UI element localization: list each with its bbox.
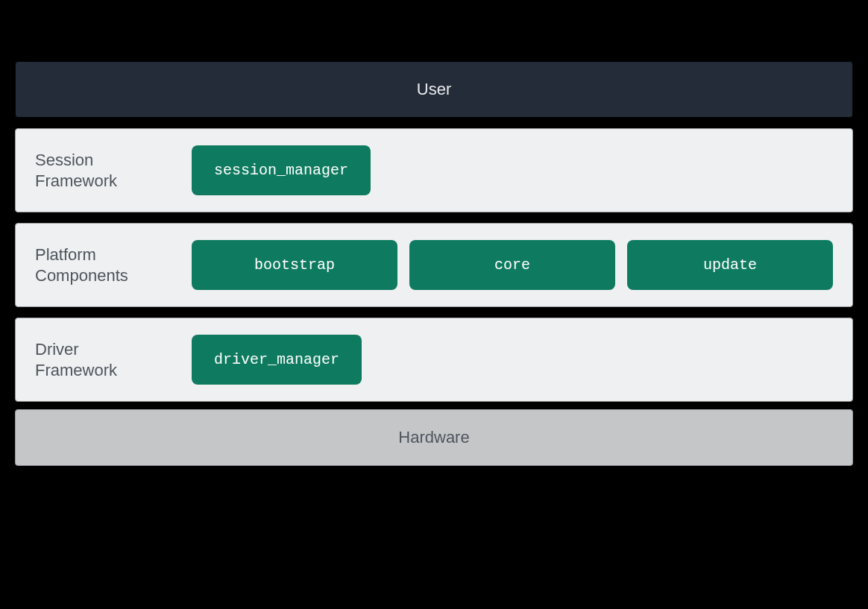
user-layer: User <box>15 61 853 118</box>
chip-core: core <box>409 240 615 290</box>
session-framework-title: SessionFramework <box>35 150 169 191</box>
session-framework-layer: SessionFramework session_manager <box>15 128 853 212</box>
hardware-layer: Hardware <box>15 409 853 466</box>
driver-framework-items: driver_manager <box>192 335 833 385</box>
platform-components-items: bootstrap core update <box>192 240 833 290</box>
hardware-layer-label: Hardware <box>398 428 469 447</box>
chip-bootstrap: bootstrap <box>192 240 397 290</box>
architecture-stack: User SessionFramework session_manager Pl… <box>15 61 853 466</box>
driver-framework-layer: DriverFramework driver_manager <box>15 318 853 402</box>
driver-framework-title: DriverFramework <box>35 339 169 380</box>
platform-components-layer: PlatformComponents bootstrap core update <box>15 223 853 307</box>
platform-components-title: PlatformComponents <box>35 244 169 285</box>
user-layer-label: User <box>417 80 451 98</box>
chip-session-manager: session_manager <box>192 145 371 195</box>
chip-update: update <box>627 240 833 290</box>
chip-driver-manager: driver_manager <box>192 335 362 385</box>
session-framework-items: session_manager <box>192 145 833 195</box>
